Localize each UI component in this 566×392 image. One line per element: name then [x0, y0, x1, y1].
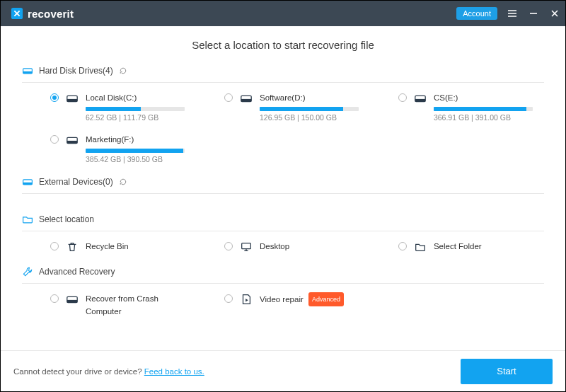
minimize-icon[interactable] [529, 8, 538, 18]
svg-rect-6 [241, 99, 251, 102]
drive-capacity: 126.95 GB | 150.00 GB [260, 113, 363, 122]
usage-bar [86, 149, 185, 153]
section-location-label: Select location [39, 214, 94, 224]
drive-label: Software(D:) [260, 91, 363, 104]
refresh-icon[interactable] [119, 178, 127, 186]
feedback-link[interactable]: Feed back to us. [144, 367, 204, 376]
drive-item[interactable]: Marketing(F:)385.42 GB | 390.50 GB [22, 129, 196, 171]
radio-icon[interactable] [50, 294, 59, 303]
drive-capacity: 385.42 GB | 390.50 GB [86, 155, 189, 163]
start-button[interactable]: Start [461, 359, 553, 384]
svg-rect-8 [415, 99, 425, 102]
svg-rect-12 [23, 183, 33, 185]
hard-drive-icon [414, 92, 427, 105]
folder-section-icon [22, 214, 33, 225]
trash-icon [66, 241, 79, 253]
radio-icon[interactable] [224, 93, 233, 102]
hard-drive-icon [66, 293, 79, 306]
video-repair-text: Video repair [260, 295, 304, 304]
drive-item[interactable]: Local Disk(C:)62.52 GB | 111.79 GB [22, 87, 196, 129]
cell-label: Select Folder [434, 240, 537, 253]
svg-rect-13 [242, 243, 251, 249]
footer-text: Cannot detect your drive or device? Feed… [13, 367, 204, 376]
locations-grid: Recycle Bin Desktop Select Folder [22, 236, 544, 260]
radio-icon[interactable] [398, 93, 407, 102]
svg-rect-2 [23, 71, 33, 74]
location-select-folder[interactable]: Select Folder [370, 236, 544, 260]
footer: Cannot detect your drive or device? Feed… [1, 350, 565, 391]
advanced-video-repair[interactable]: Video repair Advanced [196, 288, 370, 325]
cell-label: Video repair Advanced [260, 292, 363, 306]
location-desktop[interactable]: Desktop [196, 236, 370, 260]
radio-icon[interactable] [50, 93, 59, 102]
drives-grid: Local Disk(C:)62.52 GB | 111.79 GBSoftwa… [22, 87, 544, 171]
svg-rect-15 [67, 300, 77, 303]
usage-bar [86, 107, 185, 111]
desktop-icon [240, 241, 253, 253]
hard-drive-icon [22, 176, 33, 188]
advanced-crash-recovery[interactable]: Recover from Crash Computer [22, 288, 196, 325]
hard-drive-icon [240, 92, 253, 105]
brand-logo-icon [11, 7, 23, 20]
hard-drive-icon [66, 92, 79, 105]
radio-icon[interactable] [50, 242, 59, 250]
location-recycle-bin[interactable]: Recycle Bin [22, 236, 196, 260]
cell-label: Recover from Crash Computer [86, 292, 189, 318]
advanced-badge: Advanced [308, 292, 344, 306]
divider [22, 82, 544, 83]
divider [22, 283, 544, 284]
brand-text: recoverit [28, 8, 74, 20]
account-button[interactable]: Account [456, 7, 497, 20]
drive-label: Local Disk(C:) [86, 91, 189, 104]
main-content: Select a location to start recovering fi… [1, 26, 565, 325]
section-location-header: Select location [22, 211, 544, 228]
section-advanced-label: Advanced Recovery [39, 267, 115, 277]
radio-icon[interactable] [224, 294, 233, 303]
divider [22, 193, 544, 194]
brand: recoverit [11, 7, 456, 20]
section-advanced-header: Advanced Recovery [22, 263, 544, 280]
drive-label: Marketing(F:) [86, 133, 189, 146]
svg-rect-4 [67, 99, 77, 102]
section-external-header: External Devices(0) [22, 173, 544, 190]
advanced-grid: Recover from Crash Computer Video repair… [22, 288, 544, 325]
svg-rect-10 [67, 141, 77, 144]
folder-icon [414, 241, 427, 253]
titlebar: recoverit Account [1, 1, 565, 26]
hard-drive-icon [66, 134, 79, 146]
drive-capacity: 366.91 GB | 391.00 GB [434, 113, 537, 122]
page-title: Select a location to start recovering fi… [22, 39, 544, 51]
video-file-icon [240, 293, 253, 306]
section-external-label: External Devices(0) [39, 177, 113, 187]
drive-capacity: 62.52 GB | 111.79 GB [86, 113, 189, 122]
cell-label: Recycle Bin [86, 240, 189, 253]
drive-label: CS(E:) [434, 91, 537, 104]
refresh-icon[interactable] [119, 67, 127, 75]
wrench-icon [22, 266, 33, 277]
usage-bar [260, 107, 359, 111]
drive-item[interactable]: Software(D:)126.95 GB | 150.00 GB [196, 87, 370, 129]
section-hdd-label: Hard Disk Drives(4) [39, 66, 113, 76]
usage-bar [434, 107, 533, 111]
radio-icon[interactable] [224, 242, 233, 250]
footer-hint: Cannot detect your drive or device? [13, 367, 144, 376]
radio-icon[interactable] [50, 135, 59, 144]
divider [22, 231, 544, 231]
cell-label: Desktop [260, 240, 363, 253]
menu-icon[interactable] [507, 8, 517, 18]
radio-icon[interactable] [398, 242, 407, 250]
hard-drive-icon [22, 65, 33, 76]
section-hdd-header: Hard Disk Drives(4) [22, 62, 544, 79]
titlebar-icons [507, 8, 560, 18]
drive-item[interactable]: CS(E:)366.91 GB | 391.00 GB [370, 87, 544, 129]
close-icon[interactable] [550, 8, 560, 18]
